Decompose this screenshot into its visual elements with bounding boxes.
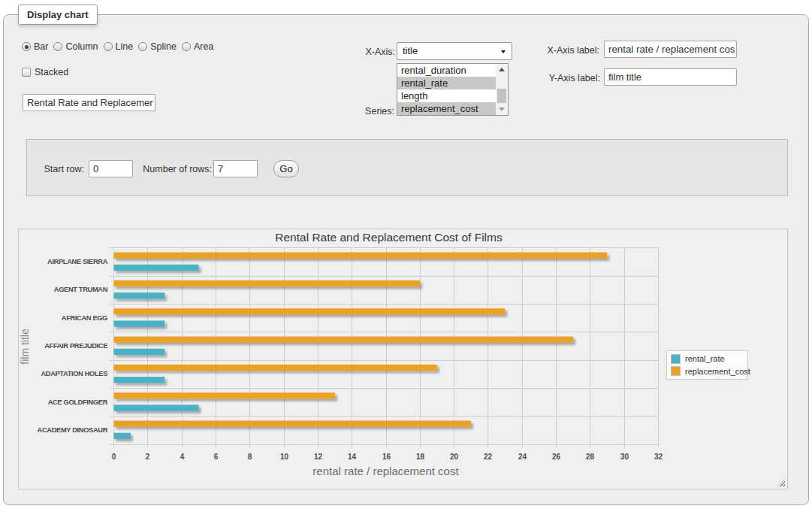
x-tick-label: 24: [518, 453, 527, 461]
bar-replacement_cost: [114, 392, 335, 398]
x-tick-label: 10: [280, 453, 289, 461]
chart-type-radio-line[interactable]: [104, 42, 113, 51]
series-select-label: Series:: [319, 106, 394, 117]
legend-label: replacement_cost: [685, 367, 750, 376]
bar-replacement_cost: [114, 308, 506, 314]
bar-replacement_cost: [114, 280, 421, 286]
scroll-up-icon: [499, 68, 505, 71]
bar-replacement_cost: [114, 365, 437, 371]
y-category-label: ADAPTATION HOLES: [41, 370, 107, 377]
x-tick-label: 2: [146, 453, 150, 461]
series-options: rental_durationrental_ratelengthreplacem…: [397, 64, 496, 115]
y-category-label: ACE GOLDFINGER: [48, 398, 108, 406]
chart-legend-row: replacement_cost: [671, 365, 747, 378]
x-axis-select-label: X-Axis:: [320, 47, 395, 57]
x-tick-label: 30: [620, 453, 629, 461]
page: Display chart BarColumnLineSplineArea St…: [0, 0, 812, 512]
chart-grid: 02468101214161820222426283032: [110, 248, 663, 461]
x-tick-label: 32: [654, 453, 663, 461]
y-axis-label-label: Y-Axis label:: [525, 73, 600, 83]
x-tick-label: 4: [180, 453, 185, 461]
chart-y-axis-title: film title: [19, 317, 31, 377]
chart-x-axis-title: rental rate / replacement cost: [113, 465, 658, 477]
bar-rental_rate: [114, 349, 165, 355]
chart-type-radio-area[interactable]: [182, 42, 191, 51]
scrollbar-up-button[interactable]: [496, 64, 508, 75]
x-tick-label: 22: [484, 453, 493, 461]
y-axis-label-input[interactable]: [604, 68, 737, 86]
start-row-input[interactable]: [89, 160, 133, 177]
y-category-label: AIRPLANE SIERRA: [47, 258, 108, 265]
bar-rental_rate: [114, 404, 199, 411]
chart-type-radio-label: Column: [65, 41, 98, 52]
x-axis-label-label: X-Axis label:: [524, 45, 599, 56]
scrollbar-thumb[interactable]: [497, 89, 506, 103]
x-axis-label-input[interactable]: [604, 41, 737, 58]
legend-label: rental_rate: [685, 354, 725, 363]
dropdown-arrow-icon: [501, 50, 506, 53]
x-tick-label: 6: [214, 453, 219, 461]
y-category-label: AFFAIR PREJUDICE: [44, 342, 107, 350]
chart-type-radio-label: Spline: [150, 41, 177, 52]
chart-container: Rental Rate and Replacement Cost of Film…: [18, 229, 788, 489]
x-axis-select-value: title: [403, 43, 418, 59]
chart-type-radio-group: BarColumnLineSplineArea: [22, 41, 219, 52]
bar-rental_rate: [114, 377, 165, 383]
x-tick-label: 8: [248, 453, 252, 461]
number-of-rows-input[interactable]: [213, 160, 258, 177]
bar-rental_rate: [114, 320, 165, 326]
x-tick-label: 20: [450, 453, 459, 461]
chart-type-radio-column[interactable]: [53, 42, 62, 51]
series-option-rental_duration[interactable]: rental_duration: [397, 64, 496, 77]
legend-swatch-rental_rate: [671, 354, 681, 364]
scrollbar-down-button[interactable]: [496, 104, 508, 115]
x-tick-label: 28: [586, 453, 595, 461]
x-tick-label: 12: [314, 453, 323, 461]
bar-rental_rate: [114, 292, 165, 298]
bar-rental_rate: [114, 433, 131, 439]
x-tick-label: 14: [348, 453, 357, 461]
x-tick-label: 18: [416, 453, 425, 461]
go-button[interactable]: Go: [273, 160, 299, 177]
chart-type-radio-spline[interactable]: [138, 42, 147, 51]
series-option-length[interactable]: length: [397, 89, 496, 102]
number-of-rows-label: Number of rows:: [137, 164, 212, 174]
chart-legend-row: rental_rate: [671, 353, 747, 365]
y-category-label: AGENT TRUMAN: [54, 286, 108, 293]
chart-title-input[interactable]: [23, 94, 155, 111]
x-tick-label: 26: [552, 453, 561, 461]
fieldset-legend: Display chart: [18, 5, 98, 25]
stacked-label: Stacked: [35, 67, 68, 77]
x-axis-select[interactable]: title: [397, 42, 512, 60]
bar-rental_rate: [114, 265, 199, 271]
series-option-rental_rate[interactable]: rental_rate: [397, 77, 496, 89]
bar-replacement_cost: [114, 420, 472, 426]
bar-replacement_cost: [114, 337, 573, 343]
bar-replacement_cost: [114, 253, 608, 259]
y-category-label: ACADEMY DINOSAUR: [38, 426, 108, 434]
series-option-replacement_cost[interactable]: replacement_cost: [397, 102, 496, 115]
legend-swatch-replacement_cost: [671, 366, 681, 376]
chart-type-radio-label: Line: [116, 41, 134, 52]
chart-type-radio-bar[interactable]: [22, 42, 31, 51]
series-listbox[interactable]: rental_durationrental_ratelengthreplacem…: [397, 63, 509, 116]
chart-type-radio-label: Area: [194, 41, 213, 52]
chart-type-radio-label: Bar: [34, 41, 48, 52]
stacked-checkbox[interactable]: [22, 68, 31, 77]
x-tick-label: 0: [112, 453, 116, 461]
start-row-label: Start row:: [29, 164, 84, 174]
x-tick-label: 16: [382, 453, 391, 461]
stacked-row: Stacked: [22, 67, 68, 77]
chart-legend: rental_ratereplacement_cost: [666, 350, 748, 380]
scroll-down-icon: [499, 108, 505, 111]
listbox-scrollbar: [496, 64, 508, 115]
y-category-label: AFRICAN EGG: [62, 314, 107, 322]
